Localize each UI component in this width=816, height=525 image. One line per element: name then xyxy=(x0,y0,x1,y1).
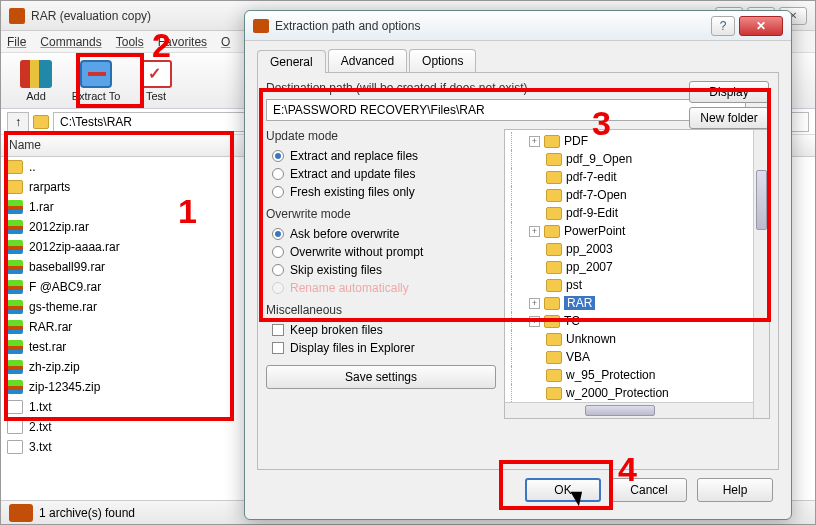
up-button[interactable]: ↑ xyxy=(7,112,29,132)
tree-item[interactable]: +RAR xyxy=(507,294,767,312)
archive-icon xyxy=(7,280,23,294)
radio-icon xyxy=(272,282,284,294)
file-name: zh-zip.zip xyxy=(29,360,80,374)
tree-item[interactable]: w_95_Protection xyxy=(507,366,767,384)
folder-icon xyxy=(546,333,562,346)
display-button[interactable]: Display xyxy=(689,81,769,103)
tab-general[interactable]: General xyxy=(257,50,326,73)
folder-icon xyxy=(546,261,562,274)
tree-label: PDF xyxy=(564,134,588,148)
help-button[interactable]: Help xyxy=(697,478,773,502)
archive-icon xyxy=(7,320,23,334)
check-display-explorer[interactable]: Display files in Explorer xyxy=(266,339,496,357)
tree-item[interactable]: pdf-7-edit xyxy=(507,168,767,186)
menu-tools[interactable]: Tools xyxy=(116,35,144,49)
update-mode-label: Update mode xyxy=(266,129,496,143)
radio-overwrite-no-prompt[interactable]: Overwrite without prompt xyxy=(266,243,496,261)
file-name: zip-12345.zip xyxy=(29,380,100,394)
radio-rename-auto[interactable]: Rename automatically xyxy=(266,279,496,297)
test-icon xyxy=(140,60,172,88)
folder-tree[interactable]: +PDFpdf_9_Openpdf-7-editpdf-7-Openpdf-9-… xyxy=(504,129,770,419)
archive-icon xyxy=(7,200,23,214)
file-name: gs-theme.rar xyxy=(29,300,97,314)
radio-icon xyxy=(272,150,284,162)
cancel-button[interactable]: Cancel xyxy=(611,478,687,502)
dialog-help-icon[interactable]: ? xyxy=(711,16,735,36)
file-name: F @ABC9.rar xyxy=(29,280,101,294)
menu-file[interactable]: File xyxy=(7,35,26,49)
tree-expander-icon[interactable]: + xyxy=(529,298,540,309)
tree-item[interactable]: Unknown xyxy=(507,330,767,348)
file-name: 2012zip.rar xyxy=(29,220,89,234)
vertical-scrollbar[interactable] xyxy=(753,130,769,418)
folder-extract-icon xyxy=(80,60,112,88)
menu-favorites[interactable]: Favorites xyxy=(158,35,207,49)
status-text: 1 archive(s) found xyxy=(39,506,135,520)
tab-advanced[interactable]: Advanced xyxy=(328,49,407,72)
folder-icon xyxy=(546,153,562,166)
archive-icon xyxy=(7,340,23,354)
menu-commands[interactable]: Commands xyxy=(40,35,101,49)
ok-button[interactable]: OK xyxy=(525,478,601,502)
tree-item[interactable]: w_2000_Protection xyxy=(507,384,767,402)
folder-icon xyxy=(544,297,560,310)
tab-options[interactable]: Options xyxy=(409,49,476,72)
scrollbar-thumb[interactable] xyxy=(756,170,767,230)
dialog-tabs: General Advanced Options xyxy=(257,49,779,72)
tree-label: RAR xyxy=(564,296,595,310)
destination-input[interactable] xyxy=(266,99,746,121)
add-button[interactable]: Add xyxy=(7,56,65,106)
radio-skip-existing[interactable]: Skip existing files xyxy=(266,261,496,279)
tree-label: Unknown xyxy=(566,332,616,346)
checkbox-icon xyxy=(272,324,284,336)
file-name: 3.txt xyxy=(29,440,52,454)
tree-item[interactable]: pp_2003 xyxy=(507,240,767,258)
save-settings-button[interactable]: Save settings xyxy=(266,365,496,389)
folder-icon xyxy=(546,171,562,184)
scrollbar-thumb[interactable] xyxy=(585,405,655,416)
tree-item[interactable]: pdf-9-Edit xyxy=(507,204,767,222)
tree-expander-icon[interactable]: + xyxy=(529,226,540,237)
tree-item[interactable]: pp_2007 xyxy=(507,258,767,276)
radio-icon xyxy=(272,264,284,276)
tree-item[interactable]: VBA xyxy=(507,348,767,366)
extract-to-button[interactable]: Extract To xyxy=(67,56,125,106)
menu-options[interactable]: O xyxy=(221,35,230,49)
folder-icon xyxy=(544,225,560,238)
radio-ask-overwrite[interactable]: Ask before overwrite xyxy=(266,225,496,243)
folder-icon xyxy=(546,351,562,364)
tree-item[interactable]: +PowerPoint xyxy=(507,222,767,240)
archive-icon xyxy=(7,380,23,394)
test-button[interactable]: Test xyxy=(127,56,185,106)
dialog-close-button[interactable]: ✕ xyxy=(739,16,783,36)
tree-item[interactable]: pdf-7-Open xyxy=(507,186,767,204)
tree-item[interactable]: pdf_9_Open xyxy=(507,150,767,168)
tree-label: PowerPoint xyxy=(564,224,625,238)
folder-icon xyxy=(546,207,562,220)
radio-fresh-only[interactable]: Fresh existing files only xyxy=(266,183,496,201)
radio-icon xyxy=(272,228,284,240)
tree-expander-icon[interactable]: + xyxy=(529,136,540,147)
dialog-footer: OK Cancel Help xyxy=(245,470,791,510)
checkbox-icon xyxy=(272,342,284,354)
tree-item[interactable]: pst xyxy=(507,276,767,294)
extraction-dialog: Extraction path and options ? ✕ General … xyxy=(244,10,792,520)
tree-label: pp_2003 xyxy=(566,242,613,256)
misc-label: Miscellaneous xyxy=(266,303,496,317)
new-folder-button[interactable]: New folder xyxy=(689,107,769,129)
text-file-icon xyxy=(7,440,23,454)
tree-item[interactable]: +TC xyxy=(507,312,767,330)
horizontal-scrollbar[interactable] xyxy=(505,402,753,418)
tree-label: w_95_Protection xyxy=(566,368,655,382)
folder-icon xyxy=(7,160,23,174)
tree-item[interactable]: +PDF xyxy=(507,132,767,150)
check-keep-broken[interactable]: Keep broken files xyxy=(266,321,496,339)
radio-extract-replace[interactable]: Extract and replace files xyxy=(266,147,496,165)
file-name: 2.txt xyxy=(29,420,52,434)
tree-label: VBA xyxy=(566,350,590,364)
archive-icon xyxy=(7,220,23,234)
file-name: 1.txt xyxy=(29,400,52,414)
tree-expander-icon[interactable]: + xyxy=(529,316,540,327)
archive-icon xyxy=(9,504,33,522)
radio-extract-update[interactable]: Extract and update files xyxy=(266,165,496,183)
